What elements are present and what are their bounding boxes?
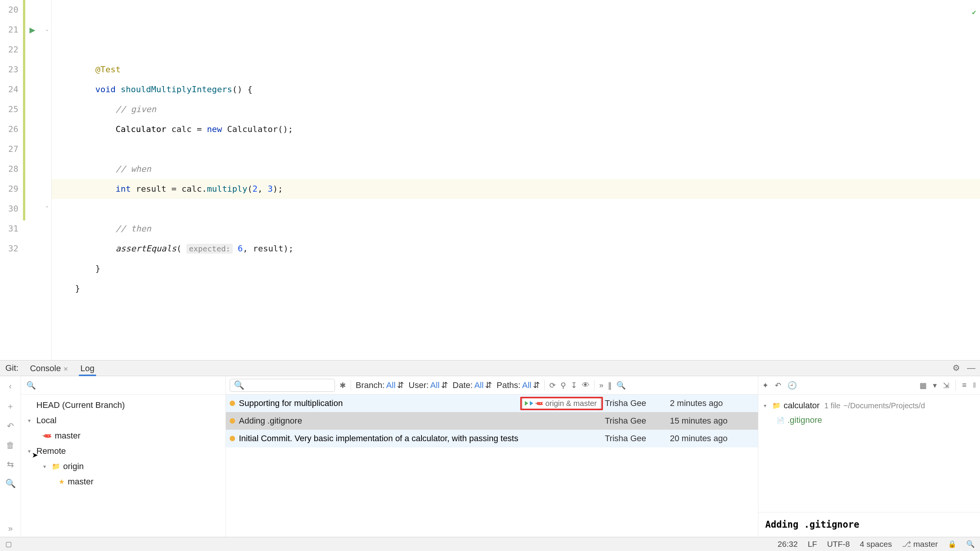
indent-setting[interactable]: 4 spaces xyxy=(860,540,892,549)
line-number[interactable]: 22 xyxy=(0,40,18,60)
undo-icon[interactable]: ↶ xyxy=(7,421,14,431)
regex-icon[interactable]: ✱ xyxy=(340,381,346,390)
pause-icon[interactable]: ‖ xyxy=(608,381,612,390)
gear-icon[interactable]: ⚙ xyxy=(952,363,960,373)
line-number[interactable]: 21 xyxy=(0,20,18,40)
line-number[interactable]: 24 xyxy=(0,80,18,99)
expand-icon[interactable]: ⇲ xyxy=(943,381,949,390)
filter-icon[interactable]: ▾ xyxy=(933,381,937,390)
root-folder-row[interactable]: ▾ 📁 calculator 1 file ~/Documents/Projec… xyxy=(764,398,975,413)
origin-node[interactable]: ▾ 📁 origin xyxy=(24,459,222,474)
changed-file-row[interactable]: 📄 .gitignore xyxy=(764,413,975,427)
local-node[interactable]: ▾ Local xyxy=(24,413,222,428)
graph-node-icon xyxy=(230,418,235,424)
list-icon[interactable]: ≡ xyxy=(962,381,967,390)
code-line[interactable]: assertEquals( expected: 6, result); xyxy=(52,239,980,259)
line-number[interactable]: 26 xyxy=(0,119,18,139)
branch-filter[interactable]: Branch: All ⇵ xyxy=(356,380,404,390)
tab-log[interactable]: Log xyxy=(74,360,101,376)
line-number[interactable]: 29 xyxy=(0,179,18,199)
push-icon[interactable]: ↧ xyxy=(571,381,577,390)
refresh-icon[interactable]: ⟳ xyxy=(549,381,556,390)
inspections-ok-icon[interactable]: ✔ xyxy=(972,2,976,22)
git-branch-widget[interactable]: ⎇ master xyxy=(902,540,938,549)
code-line[interactable]: // given xyxy=(52,99,980,119)
run-test-icon[interactable]: ▶ xyxy=(29,25,35,34)
tag-icon: 🔖 xyxy=(41,430,53,442)
origin-master-branch[interactable]: ★ master xyxy=(24,474,222,489)
graph-node-icon xyxy=(230,436,235,441)
caret-position[interactable]: 26:32 xyxy=(777,540,798,549)
eye-icon[interactable]: 👁 xyxy=(582,381,590,390)
head-branch[interactable]: HEAD (Current Branch) xyxy=(24,398,222,413)
commit-list[interactable]: Supporting for multiplication🔖 origin & … xyxy=(226,395,758,537)
log-toolbar: 🔍 ✱ Branch: All ⇵ User: All ⇵ Date: All … xyxy=(226,376,758,395)
line-number[interactable]: 30 xyxy=(0,199,18,219)
code-line[interactable] xyxy=(52,298,980,318)
branches-search[interactable]: 🔍 xyxy=(21,376,225,395)
code-line[interactable]: // when xyxy=(52,159,980,179)
line-number[interactable]: 28 xyxy=(0,159,18,179)
fold-icon[interactable]: ⌄ xyxy=(45,26,49,32)
remote-node[interactable]: ▾ Remote ➤ xyxy=(24,443,222,459)
diff-icon[interactable]: ⫴ xyxy=(973,381,976,390)
commit-row[interactable]: Adding .gitignoreTrisha Gee15 minutes ag… xyxy=(226,412,758,430)
minimize-icon[interactable]: — xyxy=(967,363,975,373)
code-editor[interactable]: ✔ @Test void shouldMultiplyIntegers() { … xyxy=(52,0,980,360)
code-line[interactable]: Calculator calc = new Calculator(); xyxy=(52,119,980,139)
commit-date: 15 minutes ago xyxy=(670,416,758,426)
line-number[interactable]: 31 xyxy=(0,219,18,239)
code-line[interactable]: void shouldMultiplyIntegers() { xyxy=(52,80,980,99)
merge-icon[interactable]: ⇆ xyxy=(7,460,14,469)
code-line[interactable]: // then xyxy=(52,219,980,239)
more-icon[interactable]: » xyxy=(599,381,603,390)
line-separator[interactable]: LF xyxy=(808,540,817,549)
date-filter[interactable]: Date: All ⇵ xyxy=(452,380,492,390)
code-line[interactable]: } xyxy=(52,259,980,279)
search-icon[interactable]: 🔍 xyxy=(966,540,975,548)
branch-label[interactable]: 🔖 origin & master xyxy=(522,398,601,409)
status-bar: ▢ 26:32 LF UTF-8 4 spaces ⎇ master 🔒 🔍 xyxy=(0,537,980,551)
branches-pane: 🔍 HEAD (Current Branch) ▾ Local 🔖 master… xyxy=(21,376,226,537)
more-icon[interactable]: » xyxy=(8,524,13,534)
vcs-change-marker xyxy=(23,0,25,220)
code-line[interactable]: int result = calc.multiply(2, 3); xyxy=(52,179,980,199)
delete-icon[interactable]: 🗑 xyxy=(6,440,15,450)
paths-filter[interactable]: Paths: All ⇵ xyxy=(497,380,540,390)
file-encoding[interactable]: UTF-8 xyxy=(827,540,850,549)
line-number[interactable]: 23 xyxy=(0,60,18,80)
chevron-down-icon: ▾ xyxy=(764,403,769,409)
revert-icon[interactable]: ↶ xyxy=(775,381,781,390)
select-opened-icon[interactable]: ✦ xyxy=(762,381,769,390)
tab-console[interactable]: Console✕ xyxy=(24,360,74,376)
log-pane: 🔍 ✱ Branch: All ⇵ User: All ⇵ Date: All … xyxy=(226,376,758,537)
commit-row[interactable]: Initial Commit. Very basic implementatio… xyxy=(226,430,758,447)
log-search-input[interactable]: 🔍 xyxy=(230,379,335,392)
code-line[interactable]: } xyxy=(52,279,980,298)
code-line[interactable] xyxy=(52,139,980,159)
close-icon[interactable]: ✕ xyxy=(63,366,68,372)
group-icon[interactable]: ▦ xyxy=(920,381,927,390)
add-icon[interactable]: ＋ xyxy=(6,401,15,412)
local-master-branch[interactable]: 🔖 master xyxy=(24,428,222,443)
lock-icon[interactable]: 🔒 xyxy=(948,540,956,548)
push-arrow-icon xyxy=(525,401,528,406)
line-number[interactable]: 20 xyxy=(0,0,18,20)
line-number[interactable]: 32 xyxy=(0,239,18,259)
fold-icon[interactable]: ⌃ xyxy=(45,205,49,211)
history-icon[interactable]: 🕘 xyxy=(787,381,797,390)
user-filter[interactable]: User: All ⇵ xyxy=(408,380,448,390)
commit-message: Adding .gitignore xyxy=(239,416,601,426)
collapse-icon[interactable]: ‹ xyxy=(9,381,11,391)
commit-row[interactable]: Supporting for multiplication🔖 origin & … xyxy=(226,395,758,412)
commit-date: 2 minutes ago xyxy=(670,398,758,408)
commit-author: Trisha Gee xyxy=(605,416,666,426)
line-number[interactable]: 25 xyxy=(0,99,18,119)
code-line[interactable]: @Test xyxy=(52,60,980,80)
search-icon[interactable]: 🔍 xyxy=(5,479,16,489)
cherry-pick-icon[interactable]: ⚲ xyxy=(560,381,566,390)
line-number[interactable]: 27 xyxy=(0,139,18,159)
tool-windows-icon[interactable]: ▢ xyxy=(5,540,12,548)
search-icon[interactable]: 🔍 xyxy=(616,381,626,390)
code-line[interactable] xyxy=(52,199,980,219)
